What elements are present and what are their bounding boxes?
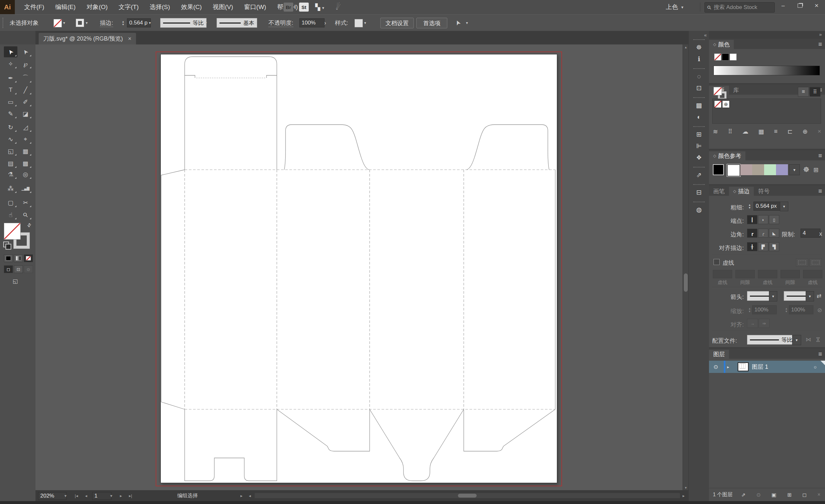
- last-artboard-icon[interactable]: ▸|: [129, 490, 132, 501]
- gradient-tool[interactable]: ▩: [19, 158, 32, 169]
- dash-input-0[interactable]: [713, 270, 732, 278]
- tab-color-guide[interactable]: ◇颜色参考: [709, 151, 745, 160]
- arrowhead-end-dropdown[interactable]: [784, 291, 809, 301]
- chevron-down-icon[interactable]: ▾: [769, 291, 777, 302]
- weight-stepper[interactable]: ▴▾: [747, 201, 752, 211]
- chevron-down-icon[interactable]: ▾: [86, 14, 88, 31]
- strip-group-handle[interactable]: [693, 201, 705, 203]
- layer-thumbnail[interactable]: [738, 362, 749, 371]
- weight-dropdown-icon[interactable]: ▾: [780, 201, 788, 211]
- default-fill-stroke-icon[interactable]: [3, 242, 9, 247]
- tab-libraries[interactable]: 库: [729, 86, 743, 95]
- chevron-down-icon[interactable]: ▾: [806, 291, 814, 302]
- color-themes-icon[interactable]: ⠿: [728, 128, 733, 135]
- layer-row[interactable]: ⊙ ▸ 图层 1 ○: [709, 361, 825, 373]
- arrange-documents-button[interactable]: ▚▾: [315, 3, 324, 11]
- search-input[interactable]: [713, 4, 763, 11]
- panel-menu-icon[interactable]: ≡: [818, 40, 822, 48]
- direct-selection-tool[interactable]: ➤: [19, 47, 32, 57]
- eyedropper-tool[interactable]: ⚗: [4, 169, 17, 180]
- artboards-panel-icon[interactable]: ⊟: [692, 187, 706, 198]
- gradient-button[interactable]: [14, 254, 23, 262]
- status-flyout-icon[interactable]: ▸: [240, 490, 243, 501]
- target-circle-icon[interactable]: ○: [814, 364, 817, 370]
- dash-input-2[interactable]: [758, 270, 777, 278]
- stroke-weight-stepper[interactable]: ▴▾: [121, 18, 126, 27]
- collect-for-export-icon[interactable]: ⇗: [741, 492, 745, 498]
- artboard[interactable]: [160, 54, 557, 483]
- brush-definition-dropdown[interactable]: 基本: [217, 18, 257, 28]
- transform-panel-icon[interactable]: ⊞: [692, 129, 706, 140]
- navigator-icon[interactable]: ☸: [692, 42, 706, 53]
- expand-layer-icon[interactable]: ▸: [727, 364, 729, 369]
- artboard-tool[interactable]: ▢: [4, 197, 17, 208]
- none-button[interactable]: [24, 254, 33, 262]
- dash-align-button[interactable]: [810, 258, 822, 267]
- draw-behind-button[interactable]: ⊡: [14, 265, 23, 273]
- panel-menu-icon[interactable]: ≡: [818, 350, 822, 358]
- align-stroke-inside-button[interactable]: ▛: [758, 242, 768, 251]
- zoom-chevron-icon[interactable]: ▾: [64, 490, 67, 501]
- close-tab-icon[interactable]: ×: [128, 35, 132, 42]
- menu-c[interactable]: 效果(C): [176, 3, 207, 11]
- preferences-button[interactable]: 首选项: [417, 18, 447, 28]
- menu-e[interactable]: 编辑(E): [50, 3, 81, 11]
- hand-tool[interactable]: ☝: [4, 209, 17, 220]
- fill-swatch[interactable]: [4, 223, 21, 240]
- swap-arrowheads-icon[interactable]: ⇄: [817, 292, 821, 300]
- first-artboard-icon[interactable]: |◂: [75, 490, 78, 501]
- join-bevel-button[interactable]: ◣: [769, 229, 779, 238]
- chevron-down-icon[interactable]: ▾: [149, 14, 151, 31]
- color-button[interactable]: [4, 254, 13, 262]
- magic-wand-panel-icon[interactable]: ◌: [692, 71, 706, 82]
- list-view-button[interactable]: ≡: [798, 87, 809, 97]
- tab-color[interactable]: ◇颜色: [709, 40, 734, 49]
- symbol-sprayer-tool[interactable]: ⁂: [4, 183, 17, 194]
- grayscale-ramp[interactable]: [714, 66, 820, 75]
- paintbrush-tool[interactable]: ✐: [19, 96, 32, 107]
- swatch-options-icon[interactable]: ≡: [774, 128, 778, 135]
- color-white-swatch[interactable]: [730, 54, 737, 61]
- width-profile-dropdown[interactable]: 等比: [160, 18, 207, 28]
- fill-proxy[interactable]: [714, 87, 722, 95]
- align-panel-icon[interactable]: ⊫: [692, 141, 706, 151]
- close-button[interactable]: ×: [808, 0, 825, 11]
- opacity-field[interactable]: 100%: [299, 18, 324, 27]
- line-segment-tool[interactable]: ╱: [19, 84, 32, 95]
- color-none-swatch[interactable]: [714, 54, 721, 61]
- rotate-tool[interactable]: ↻: [4, 122, 17, 133]
- stroke-color-swatch[interactable]: [76, 19, 84, 27]
- menu-v[interactable]: 视图(V): [207, 3, 238, 11]
- artboard-number-field[interactable]: 1: [92, 492, 111, 500]
- tab-stroke[interactable]: ◇描边: [729, 187, 754, 196]
- none-swatch[interactable]: [714, 100, 722, 108]
- selection-tool[interactable]: ➤: [4, 47, 17, 57]
- prev-artboard-icon[interactable]: ◂: [85, 490, 87, 501]
- scroll-down-icon[interactable]: ▾: [683, 485, 689, 490]
- gradient-panel-icon[interactable]: ▩: [692, 100, 706, 111]
- canvas[interactable]: [35, 45, 683, 490]
- panel-drag-handle[interactable]: [3, 18, 4, 28]
- dash-input-3[interactable]: [780, 270, 800, 278]
- cap-butt-button[interactable]: ┃: [747, 215, 757, 224]
- minimize-button[interactable]: –: [775, 0, 792, 11]
- align-end-button[interactable]: ⇒: [759, 319, 769, 328]
- scale-tool[interactable]: ◿: [19, 122, 32, 133]
- swap-fill-stroke-icon[interactable]: ⇄: [25, 222, 32, 229]
- pencil-tool[interactable]: ✎: [4, 108, 17, 119]
- width-tool[interactable]: ∿: [4, 134, 17, 145]
- artboard-chevron-icon[interactable]: ▾: [110, 490, 112, 501]
- horizontal-scrollbar[interactable]: [254, 493, 680, 498]
- draw-normal-button[interactable]: ◻: [4, 265, 13, 273]
- harmony-swatch-3[interactable]: [764, 164, 776, 175]
- restore-button[interactable]: [792, 0, 808, 11]
- opacity-label[interactable]: 不透明度:: [269, 14, 293, 31]
- cap-round-button[interactable]: ◗: [758, 215, 768, 224]
- scroll-up-icon[interactable]: ▴: [683, 45, 689, 50]
- screen-mode-button[interactable]: ◱: [8, 277, 22, 285]
- strip-group-handle[interactable]: [693, 97, 705, 99]
- grid-view-button[interactable]: ⠿: [810, 87, 821, 97]
- perspective-grid-tool[interactable]: ▦: [19, 146, 32, 157]
- graphic-style-swatch[interactable]: [355, 19, 363, 27]
- bridge-app-icon[interactable]: Br: [284, 3, 293, 12]
